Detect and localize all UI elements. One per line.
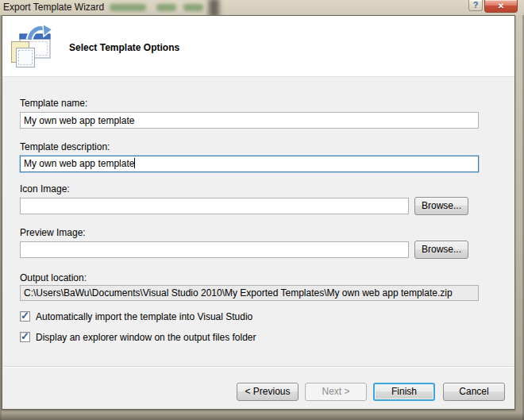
export-template-icon: [10, 23, 53, 67]
template-description-value: My own web app template: [24, 158, 134, 169]
next-button: Next >: [305, 383, 367, 401]
window-title: Export Template Wizard: [3, 2, 104, 13]
explorer-window-checkbox-row: ✓ Display an explorer window on the outp…: [20, 332, 496, 343]
title-bar[interactable]: Export Template Wizard ? ✕: [0, 0, 524, 15]
preview-browse-button[interactable]: Browse...: [414, 241, 468, 259]
close-button[interactable]: ✕: [484, 0, 518, 13]
finish-button[interactable]: Finish: [373, 383, 435, 401]
previous-button[interactable]: < Previous: [237, 383, 299, 401]
auto-import-checkbox-row: ✓ Automatically import the template into…: [20, 311, 496, 322]
output-location-value: C:\Users\BaWu\Documents\Visual Studio 20…: [24, 287, 453, 299]
template-description-label: Template description:: [20, 141, 110, 152]
close-icon: ✕: [498, 2, 504, 10]
auto-import-label[interactable]: Automatically import the template into V…: [36, 311, 252, 322]
icon-browse-button[interactable]: Browse...: [414, 197, 468, 215]
text-caret: [134, 158, 135, 168]
icon-image-input[interactable]: [20, 198, 409, 214]
explorer-window-checkbox[interactable]: ✓: [20, 332, 30, 342]
glass-reflection: [110, 4, 146, 11]
glass-reflection: [209, 0, 219, 15]
output-location-field: C:\Users\BaWu\Documents\Visual Studio 20…: [20, 285, 479, 301]
cancel-button[interactable]: Cancel: [443, 383, 505, 401]
help-icon: ?: [473, 0, 479, 10]
checkmark-icon: ✓: [21, 330, 29, 342]
template-name-input[interactable]: [20, 112, 479, 129]
page-title: Select Template Options: [69, 42, 179, 53]
auto-import-checkbox[interactable]: ✓: [20, 311, 30, 322]
wizard-header: Select Template Options: [2, 16, 514, 77]
explorer-window-label[interactable]: Display an explorer window on the output…: [36, 332, 256, 343]
template-description-input[interactable]: My own web app template: [20, 156, 479, 172]
preview-image-input[interactable]: [20, 241, 409, 258]
preview-image-label: Preview Image:: [20, 227, 86, 238]
help-button[interactable]: ?: [468, 0, 483, 11]
icon-image-label: Icon Image:: [20, 183, 70, 195]
template-name-label: Template name:: [20, 98, 87, 109]
dialog-body: Select Template Options Template name: T…: [2, 15, 515, 410]
glass-reflection: [156, 4, 176, 11]
glass-reflection: [183, 4, 203, 11]
window-frame: Export Template Wizard ? ✕: [0, 0, 524, 420]
footer-divider: [3, 366, 514, 368]
output-location-label: Output location:: [20, 272, 87, 283]
checkmark-icon: ✓: [21, 310, 29, 322]
